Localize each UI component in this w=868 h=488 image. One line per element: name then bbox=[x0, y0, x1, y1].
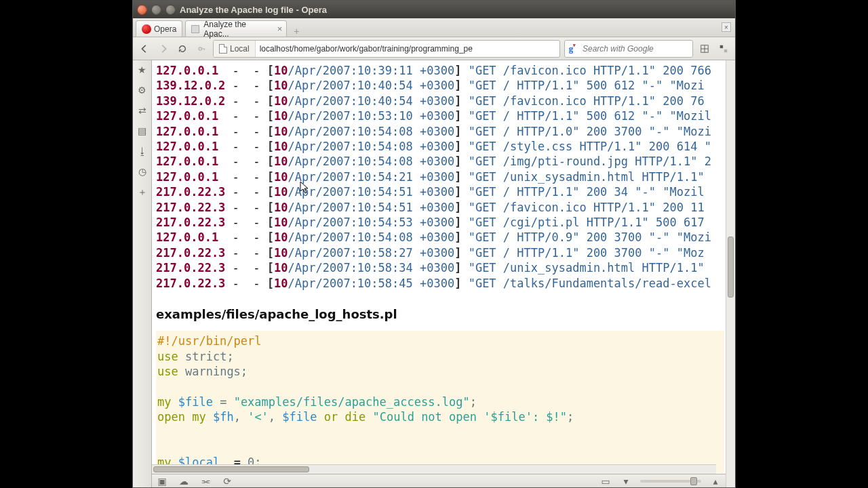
log-line: 127.0.0.1 - - [10/Apr/2007:10:54:08 +030… bbox=[156, 155, 711, 168]
log-line: 139.12.0.2 - - [10/Apr/2007:10:40:54 +03… bbox=[156, 79, 705, 92]
zoom-out-icon[interactable]: ▾ bbox=[620, 476, 632, 487]
status-bar: ▣ ☁ ⫘ ⟳ ▭ ▾ ▴ bbox=[152, 474, 726, 487]
settings-panel-button[interactable]: ⚙ bbox=[136, 85, 149, 96]
view-button[interactable] bbox=[697, 41, 712, 56]
vertical-scroll-thumb[interactable] bbox=[728, 237, 734, 298]
horizontal-scroll-thumb[interactable] bbox=[153, 466, 309, 472]
svg-point-0 bbox=[199, 47, 201, 49]
window-maximize-button[interactable] bbox=[165, 5, 176, 15]
log-line: 217.0.22.3 - - [10/Apr/2007:10:54:53 +03… bbox=[156, 216, 705, 229]
turbo-status-icon[interactable]: ☁ bbox=[178, 476, 190, 487]
log-line: 127.0.0.1 - - [10/Apr/2007:10:54:08 +030… bbox=[156, 230, 711, 244]
history-panel-button[interactable]: ◷ bbox=[136, 166, 149, 177]
tab-strip: Opera Analyze the Apac... × + × bbox=[133, 18, 735, 37]
panel-icon bbox=[719, 44, 728, 54]
panel-toggle-button[interactable] bbox=[716, 41, 731, 56]
log-line: 217.0.22.3 - - [10/Apr/2007:10:58:27 +03… bbox=[156, 246, 705, 260]
log-line: 127.0.0.1 - - [10/Apr/2007:10:54:08 +030… bbox=[156, 125, 711, 138]
window-close-button[interactable] bbox=[137, 5, 147, 15]
navigation-toolbar: Local g▾ bbox=[133, 37, 735, 60]
search-input[interactable] bbox=[580, 44, 692, 54]
search-box[interactable]: g▾ bbox=[564, 40, 693, 58]
view-grid-icon bbox=[700, 44, 709, 54]
turbo-button[interactable] bbox=[194, 41, 209, 56]
zoom-slider-thumb[interactable] bbox=[690, 477, 697, 485]
back-arrow-icon bbox=[140, 44, 149, 54]
window-titlebar: Analyze the Apache log file - Opera bbox=[133, 1, 735, 18]
log-line: 217.0.22.3 - - [10/Apr/2007:10:58:34 +03… bbox=[156, 261, 705, 274]
side-panel: ★ ⚙ ⇄ ▤ ⭳ ◷ ＋ bbox=[133, 60, 152, 487]
log-line: 139.12.0.2 - - [10/Apr/2007:10:40:54 +03… bbox=[156, 94, 705, 108]
closed-tabs-button[interactable]: × bbox=[722, 22, 731, 32]
google-icon[interactable]: g▾ bbox=[565, 43, 580, 54]
log-line: 127.0.0.1 - - [10/Apr/2007:10:54:08 +030… bbox=[156, 140, 711, 153]
log-line: 217.0.22.3 - - [10/Apr/2007:10:54:51 +03… bbox=[156, 201, 705, 214]
code-file-heading: examples/files/apache_log_hosts.pl bbox=[156, 307, 724, 321]
log-line: 127.0.0.1 - - [10/Apr/2007:10:53:10 +030… bbox=[156, 109, 711, 123]
reload-icon bbox=[178, 44, 187, 54]
forward-arrow-icon bbox=[159, 44, 168, 54]
address-scheme-badge[interactable]: Local bbox=[214, 41, 256, 57]
forward-button[interactable] bbox=[156, 41, 171, 56]
tab-analyze-apache[interactable]: Analyze the Apac... × bbox=[185, 20, 287, 37]
bookmarks-panel-button[interactable]: ★ bbox=[136, 64, 149, 75]
address-bar[interactable]: Local bbox=[213, 40, 560, 58]
window-title: Analyze the Apache log file - Opera bbox=[180, 5, 327, 15]
log-line: 217.0.22.3 - - [10/Apr/2007:10:58:45 +03… bbox=[156, 277, 711, 290]
page-content: 127.0.0.1 - - [10/Apr/2007:10:39:11 +030… bbox=[152, 60, 726, 487]
tab-close-icon[interactable]: × bbox=[277, 24, 283, 34]
apache-log-block: 127.0.0.1 - - [10/Apr/2007:10:39:11 +030… bbox=[156, 63, 724, 291]
svg-rect-5 bbox=[724, 49, 727, 52]
add-panel-button[interactable]: ＋ bbox=[136, 186, 149, 199]
key-icon bbox=[197, 44, 206, 54]
sync-status-icon[interactable]: ⟳ bbox=[221, 476, 233, 487]
opera-logo-icon bbox=[142, 24, 151, 34]
zoom-in-icon[interactable]: ▴ bbox=[709, 476, 722, 487]
window-minimize-button[interactable] bbox=[151, 5, 161, 15]
svg-rect-4 bbox=[720, 45, 723, 47]
back-button[interactable] bbox=[137, 41, 152, 56]
document-icon bbox=[219, 44, 227, 54]
horizontal-scrollbar[interactable] bbox=[152, 464, 716, 474]
link-status-icon[interactable]: ⫘ bbox=[199, 476, 212, 487]
downloads-panel-button[interactable]: ⭳ bbox=[136, 146, 149, 157]
zoom-slider[interactable] bbox=[640, 480, 701, 483]
opera-menu-label: Opera bbox=[154, 24, 176, 34]
address-input[interactable] bbox=[256, 44, 559, 54]
vertical-scrollbar[interactable] bbox=[726, 60, 735, 487]
log-line: 127.0.0.1 - - [10/Apr/2007:10:54:21 +030… bbox=[156, 170, 705, 184]
page-favicon-icon bbox=[191, 25, 199, 33]
notes-panel-button[interactable]: ▤ bbox=[136, 125, 149, 136]
fit-width-icon[interactable]: ▭ bbox=[599, 476, 612, 487]
log-line: 217.0.22.3 - - [10/Apr/2007:10:54:51 +03… bbox=[156, 185, 705, 199]
new-tab-button[interactable]: + bbox=[290, 26, 303, 37]
perl-code-block: #!/usr/bin/perl use strict; use warnings… bbox=[156, 331, 724, 473]
log-line: 127.0.0.1 - - [10/Apr/2007:10:39:11 +030… bbox=[156, 64, 711, 77]
panels-toggle-icon[interactable]: ▣ bbox=[156, 476, 168, 487]
tab-label: Analyze the Apac... bbox=[203, 20, 273, 39]
sync-panel-button[interactable]: ⇄ bbox=[136, 105, 149, 116]
opera-menu-button[interactable]: Opera bbox=[136, 20, 182, 37]
reload-button[interactable] bbox=[175, 41, 190, 56]
address-scheme-label: Local bbox=[230, 44, 250, 54]
